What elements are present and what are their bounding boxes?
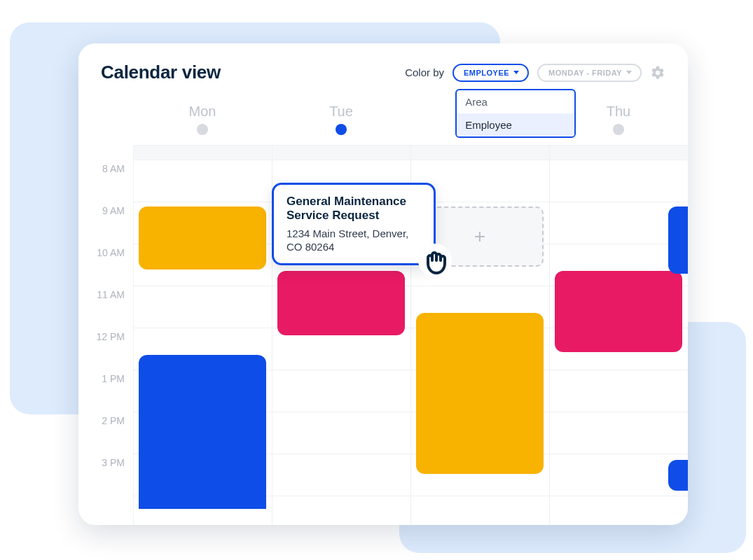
time-label: 1 PM [78,370,133,412]
day-column-mon[interactable] [133,160,272,525]
colorby-dropdown: Area Employee [455,89,576,138]
allday-row [133,145,688,160]
time-label: 10 AM [78,244,133,286]
event-block[interactable] [277,271,405,335]
event-block[interactable] [555,271,682,352]
gear-icon[interactable] [650,65,665,80]
controls: Color by EMPLOYEE MONDAY - FRIDAY Area E… [405,64,665,82]
chevron-down-icon [626,71,632,74]
event-block[interactable] [139,206,266,270]
event-block[interactable] [668,206,688,274]
day-dot [613,124,624,135]
day-label: Tue [329,104,353,120]
colorby-value: EMPLOYEE [464,69,509,77]
time-label: 9 AM [78,202,133,244]
events-layer: + General Maintenance Service Request 12… [133,160,688,525]
colorby-select[interactable]: EMPLOYEE [453,64,529,82]
day-label: Mon [189,104,216,120]
day-dot [336,124,347,135]
event-block[interactable] [668,460,688,491]
day-header-mon[interactable]: Mon [133,93,272,145]
plus-icon: + [474,225,485,248]
daterange-select[interactable]: MONDAY - FRIDAY [537,64,642,82]
daterange-value: MONDAY - FRIDAY [548,69,622,77]
colorby-label: Color by [405,66,444,78]
event-block[interactable] [139,355,266,509]
calendar-card: Calendar view Color by EMPLOYEE MONDAY -… [78,43,688,525]
day-label: Thu [607,104,630,120]
time-label: 8 AM [78,160,133,202]
day-dot [197,124,208,135]
page-title: Calendar view [101,62,221,83]
day-header-row: Mon Tue Wed Thu [133,93,688,145]
event-tooltip: General Maintenance Service Request 1234… [272,183,436,265]
time-label: 2 PM [78,412,133,454]
calendar-grid: Mon Tue Wed Thu 8 AM 9 AM 10 AM [78,93,688,525]
event-block[interactable] [416,313,544,474]
time-labels: 8 AM 9 AM 10 AM 11 AM 12 PM 1 PM 2 PM 3 … [78,160,133,496]
chevron-down-icon [513,71,519,74]
grab-cursor-icon [418,244,452,277]
time-label: 12 PM [78,328,133,370]
time-label: 3 PM [78,454,133,496]
time-label: 11 AM [78,286,133,328]
tooltip-title: General Maintenance Service Request [286,195,421,223]
dropdown-option-employee[interactable]: Employee [457,113,574,136]
tooltip-address: 1234 Main Street, Denver, CO 80264 [286,227,421,254]
topbar: Calendar view Color by EMPLOYEE MONDAY -… [78,43,688,93]
dropdown-option-area[interactable]: Area [457,90,574,113]
day-column-thu[interactable] [549,160,688,525]
day-header-tue[interactable]: Tue [272,93,410,145]
